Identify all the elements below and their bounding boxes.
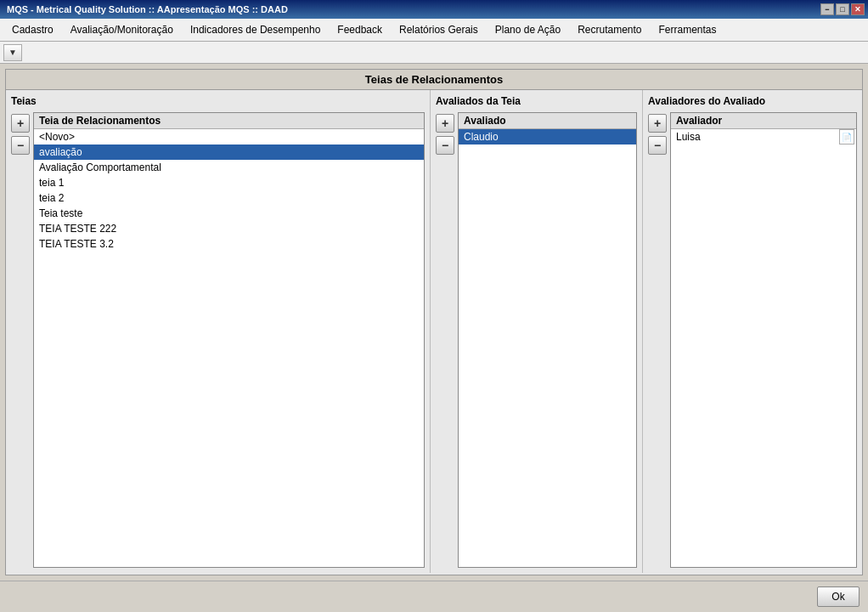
avaliados-header: Avaliados da Teia [436, 95, 637, 107]
title-bar: MQS - Metrical Quality Solution :: AApre… [0, 0, 868, 19]
bottom-bar: Ok [0, 581, 868, 611]
toolbar-nav-button[interactable]: ▼ [3, 44, 22, 61]
toolbar-strip: ▼ [0, 42, 868, 64]
teias-column: Teias + − Teia de Relacionamentos <Novo>… [6, 90, 431, 573]
main-panel: Teias de Relacionamentos Teias + − Teia … [5, 69, 863, 575]
menu-plano[interactable]: Plano de Ação [487, 21, 569, 38]
avaliadores-column: Avaliadores do Avaliado + − Avaliador Lu… [643, 90, 862, 573]
avaliadores-list[interactable]: Avaliador Luisa 📄 [670, 112, 857, 568]
list-item[interactable]: TEIA TESTE 222 [34, 221, 424, 236]
avaliadores-controls-list: + − Avaliador Luisa 📄 [648, 112, 857, 568]
teias-header: Teias [11, 95, 425, 107]
avaliadores-add-button[interactable]: + [648, 114, 667, 133]
maximize-button[interactable]: □ [836, 3, 849, 15]
avaliadores-row: Luisa 📄 [671, 129, 856, 144]
teias-remove-button[interactable]: − [11, 136, 30, 155]
list-item[interactable]: Teia teste [34, 206, 424, 221]
close-button[interactable]: ✕ [851, 3, 865, 15]
menu-cadastro[interactable]: Cadastro [3, 21, 62, 38]
avaliados-add-button[interactable]: + [436, 114, 454, 133]
list-item[interactable]: teia 2 [34, 190, 424, 206]
teias-list-header: Teia de Relacionamentos [34, 113, 424, 129]
avaliados-buttons: + − [436, 112, 454, 568]
menu-bar: Cadastro Avaliação/Monitoração Indicador… [0, 19, 868, 42]
teias-controls-list: + − Teia de Relacionamentos <Novo> avali… [11, 112, 425, 568]
menu-feedback[interactable]: Feedback [329, 21, 391, 38]
list-item[interactable]: TEIA TESTE 3.2 [34, 236, 424, 252]
main-content: Teias de Relacionamentos Teias + − Teia … [0, 64, 868, 581]
document-icon[interactable]: 📄 [839, 129, 854, 144]
panel-title: Teias de Relacionamentos [6, 70, 862, 90]
list-item[interactable]: Avaliação Comportamental [34, 160, 424, 175]
panel-body: Teias + − Teia de Relacionamentos <Novo>… [6, 90, 862, 573]
window-title: MQS - Metrical Quality Solution :: AApre… [3, 4, 288, 14]
avaliados-column: Avaliados da Teia + − Avaliado Claudio [431, 90, 643, 573]
avaliadores-remove-button[interactable]: − [648, 136, 667, 155]
menu-avaliacao[interactable]: Avaliação/Monitoração [62, 21, 182, 38]
avaliadores-list-header: Avaliador [671, 113, 856, 129]
minimize-button[interactable]: − [820, 3, 834, 15]
teias-add-button[interactable]: + [11, 114, 30, 133]
window-controls: − □ ✕ [820, 3, 865, 15]
avaliadores-buttons: + − [648, 112, 667, 568]
avaliados-list[interactable]: Avaliado Claudio [458, 112, 637, 568]
teias-list[interactable]: Teia de Relacionamentos <Novo> avaliação… [33, 112, 425, 568]
ok-button[interactable]: Ok [817, 586, 860, 607]
list-item[interactable]: avaliação [34, 144, 424, 160]
avaliados-list-header: Avaliado [459, 113, 636, 129]
avaliados-remove-button[interactable]: − [436, 136, 454, 155]
menu-indicadores[interactable]: Indicadores de Desempenho [182, 21, 329, 38]
teias-buttons: + − [11, 112, 30, 568]
menu-recrutamento[interactable]: Recrutamento [569, 21, 650, 38]
avaliados-controls-list: + − Avaliado Claudio [436, 112, 637, 568]
list-item[interactable]: Luisa [671, 129, 839, 144]
menu-ferramentas[interactable]: Ferramentas [651, 21, 725, 38]
list-item[interactable]: <Novo> [34, 129, 424, 144]
list-item[interactable]: teia 1 [34, 175, 424, 190]
menu-relatorios[interactable]: Relatórios Gerais [391, 21, 487, 38]
avaliadores-header: Avaliadores do Avaliado [648, 95, 857, 107]
list-item[interactable]: Claudio [459, 129, 636, 144]
